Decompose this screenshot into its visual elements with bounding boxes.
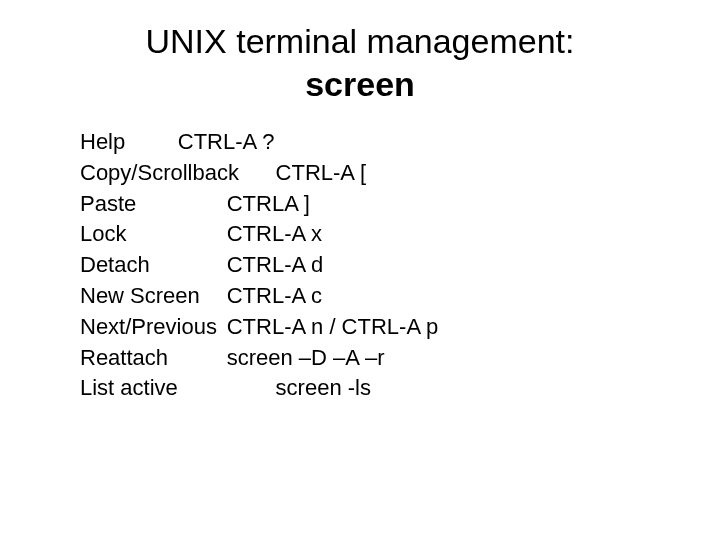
item-label: Next/Previous xyxy=(80,314,217,339)
item-label: Help xyxy=(80,129,125,154)
list-item: Detach CTRL-A d xyxy=(80,250,640,281)
item-key: CTRL-A ? xyxy=(178,129,275,154)
title-line2: screen xyxy=(305,65,415,103)
list-item: Copy/Scrollback CTRL-A [ xyxy=(80,158,640,189)
list-item: Lock CTRL-A x xyxy=(80,219,640,250)
item-key: CTRL-A d xyxy=(227,252,324,277)
item-key: CTRL-A c xyxy=(227,283,322,308)
item-label: New Screen xyxy=(80,283,200,308)
list-item: Paste CTRLA ] xyxy=(80,189,640,220)
title-line1: UNIX terminal management: xyxy=(146,22,575,60)
item-label: List active xyxy=(80,375,178,400)
list-item: New Screen CTRL-A c xyxy=(80,281,640,312)
list-item: Help CTRL-A ? xyxy=(80,127,640,158)
item-label: Copy/Scrollback xyxy=(80,160,239,185)
item-key: screen -ls xyxy=(276,375,371,400)
list-item: List active screen -ls xyxy=(80,373,640,404)
item-label: Detach xyxy=(80,252,150,277)
item-label: Paste xyxy=(80,191,136,216)
item-label: Reattach xyxy=(80,345,168,370)
list-item: Next/Previous CTRL-A n / CTRL-A p xyxy=(80,312,640,343)
item-key: CTRLA ] xyxy=(227,191,310,216)
item-key: CTRL-A x xyxy=(227,221,322,246)
item-key: CTRL-A [ xyxy=(276,160,366,185)
item-key: CTRL-A n / CTRL-A p xyxy=(227,314,439,339)
shortcut-list: Help CTRL-A ? Copy/Scrollback CTRL-A [ P… xyxy=(80,127,640,404)
slide-title: UNIX terminal management: screen xyxy=(80,20,640,105)
item-key: screen –D –A –r xyxy=(227,345,385,370)
item-label: Lock xyxy=(80,221,126,246)
list-item: Reattach screen –D –A –r xyxy=(80,343,640,374)
